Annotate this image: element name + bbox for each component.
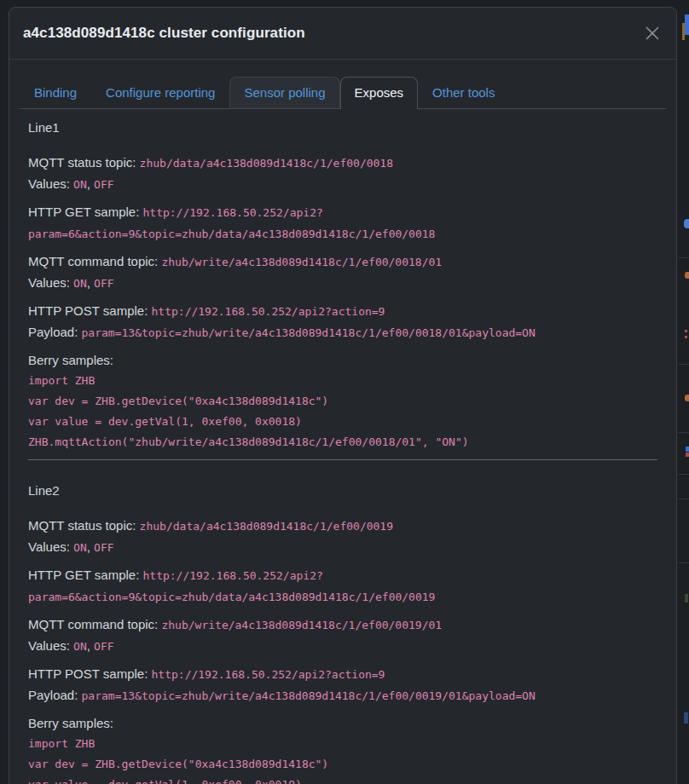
section-heading: Line2 [28,481,657,501]
http-post-sample-label: HTTP POST sample: [28,666,148,681]
values-label: Values: [28,275,70,290]
values-separator: , [87,275,90,290]
backdrop-artifact [685,395,689,401]
dialog-header: a4c138d089d1418c cluster configuration [9,8,676,60]
backdrop-artifact [684,712,688,723]
backdrop-artifact [682,23,685,40]
value-on: ON [73,277,87,290]
payload-label: Payload: [28,325,78,339]
exposes-tab-content: Line1 MQTT status topic: zhub/data/a4c13… [20,109,666,784]
backdrop-artifact [685,330,687,332]
http-post-sample-row: HTTP POST sample: http://192.168.50.252/… [28,664,657,706]
berry-code-line: import ZHB [28,371,657,391]
values-separator: , [87,539,90,554]
value-on: ON [73,640,87,653]
berry-code-line: var value = dev.getVal(1, 0xef00, 0x0018… [28,412,657,432]
http-post-sample-label: HTTP POST sample: [28,303,148,318]
http-get-url-part1: http://192.168.50.252/api2? [142,206,322,219]
mqtt-status-topic-row: MQTT status topic: zhub/data/a4c138d089d… [28,153,657,195]
tab-sensor-polling[interactable]: Sensor polling [229,77,339,108]
backdrop-artifact [685,14,689,35]
backdrop-artifact [679,257,689,258]
close-button[interactable] [640,21,664,45]
mqtt-status-topic-value: zhub/data/a4c138d089d1418c/1/ef00/0019 [140,520,393,533]
berry-code-line: var dev = ZHB.getDevice("0xa4c138d089d14… [28,754,657,775]
tab-binding[interactable]: Binding [20,77,91,108]
http-post-sample-row: HTTP POST sample: http://192.168.50.252/… [28,301,657,343]
berry-samples-block: Berry samples: import ZHB var dev = ZHB.… [28,713,657,784]
tab-bar: Binding Configure reporting Sensor polli… [20,77,666,109]
berry-samples-label: Berry samples: [28,353,113,367]
backdrop-artifact [685,336,687,338]
http-get-url-part2: param=6&action=9&topic=zhub/data/a4c138d… [28,228,435,240]
values-label: Values: [28,638,70,653]
dialog-title: a4c138d089d1418c cluster configuration [23,23,663,43]
mqtt-status-topic-value: zhub/data/a4c138d089d1418c/1/ef00/0018 [140,157,393,170]
berry-samples-block: Berry samples: import ZHB var dev = ZHB.… [28,350,657,453]
backdrop-artifact [686,453,689,457]
backdrop-artifact [685,272,689,279]
values-separator: , [87,638,90,653]
backdrop-artifact [684,219,689,228]
berry-samples-label: Berry samples: [28,716,113,730]
http-get-sample-label: HTTP GET sample: [28,568,139,582]
section-line2: Line2 MQTT status topic: zhub/data/a4c13… [28,481,657,784]
mqtt-command-topic-row: MQTT command topic: zhub/write/a4c138d08… [28,614,657,657]
berry-code-line: var value = dev.getVal(1, 0xef00, 0x0019… [28,775,657,784]
mqtt-status-topic-row: MQTT status topic: zhub/data/a4c138d089d… [28,516,657,558]
berry-code-line: import ZHB [28,734,657,754]
http-post-url: http://192.168.50.252/api2?action=9 [152,668,385,681]
section-divider [28,459,657,460]
tab-exposes[interactable]: Exposes [340,77,419,109]
backdrop-artifact [679,474,689,475]
tab-other-tools[interactable]: Other tools [418,77,509,108]
mqtt-status-topic-label: MQTT status topic: [28,518,136,533]
backdrop-artifact [679,432,689,433]
mqtt-command-topic-value: zhub/write/a4c138d089d1418c/1/ef00/0019/… [161,619,442,631]
mqtt-status-topic-label: MQTT status topic: [28,155,136,170]
http-get-sample-label: HTTP GET sample: [28,205,139,219]
section-line1: Line1 MQTT status topic: zhub/data/a4c13… [28,118,657,453]
mqtt-command-topic-value: zhub/write/a4c138d089d1418c/1/ef00/0018/… [161,256,442,268]
values-label: Values: [28,176,70,191]
values-label: Values: [28,539,70,554]
dialog-body: Binding Configure reporting Sensor polli… [9,60,676,784]
backdrop-artifact [686,447,689,452]
backdrop-artifact [679,562,689,563]
payload-value: param=13&topic=zhub/write/a4c138d089d141… [82,689,536,702]
http-get-url-part2: param=6&action=9&topic=zhub/data/a4c138d… [28,591,435,603]
http-get-url-part1: http://192.168.50.252/api2? [142,569,322,582]
cluster-configuration-dialog: a4c138d089d1418c cluster configuration B… [9,7,677,784]
http-get-sample-row: HTTP GET sample: http://192.168.50.252/a… [28,565,657,608]
values-separator: , [87,176,90,191]
mqtt-command-topic-row: MQTT command topic: zhub/write/a4c138d08… [28,251,657,294]
close-icon [644,25,661,42]
value-off: OFF [94,277,113,290]
value-on: ON [73,178,87,191]
backdrop-artifact [679,499,689,499]
http-post-url: http://192.168.50.252/api2?action=9 [152,305,385,318]
payload-label: Payload: [28,688,78,702]
section-heading: Line1 [28,118,657,138]
berry-code-line: ZHB.mqttAction("zhub/write/a4c138d089d14… [28,432,657,453]
backdrop-artifact [685,594,688,602]
value-on: ON [73,541,87,554]
value-off: OFF [94,178,113,191]
mqtt-command-topic-label: MQTT command topic: [28,617,158,631]
mqtt-command-topic-label: MQTT command topic: [28,254,158,268]
backdrop-artifact [679,364,689,365]
http-get-sample-row: HTTP GET sample: http://192.168.50.252/a… [28,202,657,245]
value-off: OFF [94,541,113,554]
payload-value: param=13&topic=zhub/write/a4c138d089d141… [82,326,536,339]
berry-code-line: var dev = ZHB.getDevice("0xa4c138d089d14… [28,391,657,412]
tab-configure-reporting[interactable]: Configure reporting [91,77,229,108]
value-off: OFF [94,640,113,653]
